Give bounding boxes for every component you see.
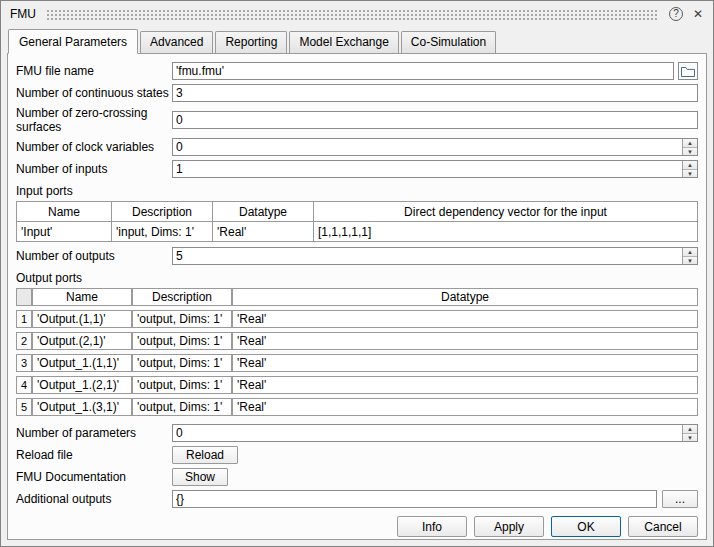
output-description-cell[interactable]: 'output, Dims: 1' (132, 398, 232, 416)
spin-down-icon[interactable]: ▼ (683, 169, 697, 178)
titlebar: FMU ? ✕ (1, 1, 713, 27)
output-table-corner (16, 288, 32, 306)
additional-outputs-browse-button[interactable]: ... (662, 490, 698, 508)
drag-handle[interactable] (46, 8, 659, 20)
folder-icon (681, 66, 695, 77)
num-outputs-label: Number of outputs (16, 249, 172, 263)
input-description-cell[interactable]: 'input, Dims: 1' (112, 222, 213, 242)
input-datatype-cell[interactable]: 'Real' (213, 222, 314, 242)
spin-down-icon[interactable]: ▼ (683, 256, 697, 265)
output-datatype-cell[interactable]: 'Real' (232, 310, 698, 328)
zero-crossing-label: Number of zero-crossing surfaces (16, 106, 172, 134)
table-row: 5 'Output_1.(3,1)' 'output, Dims: 1' 'Re… (16, 398, 698, 416)
input-name-cell[interactable]: 'Input' (17, 222, 112, 242)
continuous-states-label: Number of continuous states (16, 86, 172, 100)
row-number: 4 (16, 376, 32, 394)
close-icon[interactable]: ✕ (691, 7, 705, 21)
info-button[interactable]: Info (397, 516, 467, 537)
output-datatype-cell[interactable]: 'Real' (232, 376, 698, 394)
spin-up-icon[interactable]: ▲ (683, 161, 697, 169)
spinner: ▲ ▼ (682, 248, 697, 264)
output-name-cell[interactable]: 'Output.(1,1)' (32, 310, 132, 328)
output-datatype-cell[interactable]: 'Real' (232, 354, 698, 372)
row-number: 5 (16, 398, 32, 416)
fmu-parameters-dialog: FMU ? ✕ General Parameters Advanced Repo… (0, 0, 714, 547)
clock-variables-label: Number of clock variables (16, 140, 172, 154)
fmu-file-row: FMU file name (16, 62, 698, 80)
input-ports-table: Name Description Datatype Direct depende… (16, 201, 698, 242)
ok-button[interactable]: OK (551, 516, 621, 537)
tab-advanced[interactable]: Advanced (140, 31, 213, 53)
spin-down-icon[interactable]: ▼ (683, 147, 697, 156)
num-inputs-stepper: ▲ ▼ (172, 160, 698, 178)
documentation-row: FMU Documentation Show (16, 468, 698, 486)
table-row: 1 'Output.(1,1)' 'output, Dims: 1' 'Real… (16, 310, 698, 328)
num-inputs-input[interactable] (173, 161, 682, 177)
table-row: 4 'Output_1.(2,1)' 'output, Dims: 1' 'Re… (16, 376, 698, 394)
output-name-cell[interactable]: 'Output_1.(1,1)' (32, 354, 132, 372)
num-outputs-input[interactable] (173, 248, 682, 264)
col-header-name: Name (17, 202, 112, 222)
num-parameters-stepper: ▲ ▼ (172, 424, 698, 442)
tab-co-simulation[interactable]: Co-Simulation (401, 31, 496, 53)
output-description-cell[interactable]: 'output, Dims: 1' (132, 310, 232, 328)
window-title: FMU (10, 7, 36, 21)
spin-down-icon[interactable]: ▼ (683, 433, 697, 442)
apply-button[interactable]: Apply (474, 516, 544, 537)
col-header-dependency: Direct dependency vector for the input (314, 202, 698, 222)
cancel-button[interactable]: Cancel (628, 516, 698, 537)
clock-variables-input[interactable] (173, 139, 682, 155)
col-header-datatype: Datatype (213, 202, 314, 222)
spin-up-icon[interactable]: ▲ (683, 248, 697, 256)
input-dependency-cell[interactable]: [1,1,1,1,1] (314, 222, 698, 242)
fmu-file-label: FMU file name (16, 64, 172, 78)
output-description-cell[interactable]: 'output, Dims: 1' (132, 354, 232, 372)
reload-button[interactable]: Reload (172, 446, 238, 464)
help-icon[interactable]: ? (669, 7, 683, 21)
num-parameters-input[interactable] (173, 425, 682, 441)
num-outputs-row: Number of outputs ▲ ▼ (16, 247, 698, 265)
zero-crossing-input[interactable] (172, 111, 698, 129)
spinner: ▲ ▼ (682, 161, 697, 177)
spinner: ▲ ▼ (682, 425, 697, 441)
spinner: ▲ ▼ (682, 139, 697, 155)
row-number: 3 (16, 354, 32, 372)
output-description-cell[interactable]: 'output, Dims: 1' (132, 376, 232, 394)
tab-model-exchange[interactable]: Model Exchange (289, 31, 398, 53)
spin-up-icon[interactable]: ▲ (683, 425, 697, 433)
reload-file-label: Reload file (16, 448, 172, 462)
general-parameters-panel: FMU file name Number of continuous state… (7, 53, 707, 540)
continuous-states-input[interactable] (172, 84, 698, 102)
show-documentation-button[interactable]: Show (172, 468, 228, 486)
continuous-states-row: Number of continuous states (16, 84, 698, 102)
input-ports-label: Input ports (16, 184, 698, 198)
row-number: 1 (16, 310, 32, 328)
output-ports-table: Name Description Datatype 1 'Output.(1,1… (16, 284, 698, 420)
row-number: 2 (16, 332, 32, 350)
num-inputs-row: Number of inputs ▲ ▼ (16, 160, 698, 178)
fmu-file-input[interactable] (172, 62, 674, 80)
col-header-description: Description (132, 288, 232, 306)
tab-general-parameters[interactable]: General Parameters (8, 29, 138, 54)
col-header-datatype: Datatype (232, 288, 698, 306)
output-datatype-cell[interactable]: 'Real' (232, 332, 698, 350)
additional-outputs-label: Additional outputs (16, 492, 172, 506)
additional-outputs-row: Additional outputs ... (16, 490, 698, 508)
table-row: 3 'Output_1.(1,1)' 'output, Dims: 1' 'Re… (16, 354, 698, 372)
additional-outputs-input[interactable] (172, 490, 657, 508)
output-name-cell[interactable]: 'Output_1.(3,1)' (32, 398, 132, 416)
output-datatype-cell[interactable]: 'Real' (232, 398, 698, 416)
zero-crossing-row: Number of zero-crossing surfaces (16, 106, 698, 134)
tab-reporting[interactable]: Reporting (215, 31, 287, 53)
output-description-cell[interactable]: 'output, Dims: 1' (132, 332, 232, 350)
clock-variables-stepper: ▲ ▼ (172, 138, 698, 156)
browse-button[interactable] (678, 62, 698, 80)
col-header-name: Name (32, 288, 132, 306)
output-name-cell[interactable]: 'Output.(2,1)' (32, 332, 132, 350)
output-ports-header-row: Name Description Datatype (16, 288, 698, 306)
num-parameters-label: Number of parameters (16, 426, 172, 440)
spin-up-icon[interactable]: ▲ (683, 139, 697, 147)
output-name-cell[interactable]: 'Output_1.(2,1)' (32, 376, 132, 394)
documentation-label: FMU Documentation (16, 470, 172, 484)
tab-bar: General Parameters Advanced Reporting Mo… (1, 27, 713, 53)
